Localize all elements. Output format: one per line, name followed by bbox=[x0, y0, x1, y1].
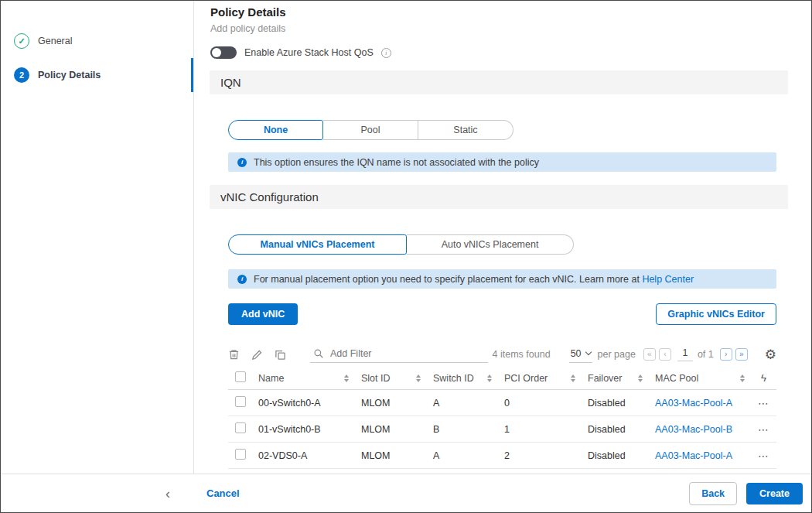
cell-switch-id: B bbox=[427, 416, 498, 443]
cell-slot-id: MLOM bbox=[355, 390, 427, 416]
items-found-label: 4 items found bbox=[493, 349, 551, 360]
per-page-label: per page bbox=[598, 349, 636, 360]
cell-switch-id: A bbox=[427, 390, 498, 416]
toolbar-right-group: 4 items found 50 per page « ‹ of 1 › » ⚙ bbox=[493, 347, 776, 363]
page-subtitle: Add policy details bbox=[210, 23, 788, 35]
col-header-slot-id: Slot ID bbox=[361, 373, 391, 384]
iqn-tab-static[interactable]: Static bbox=[418, 120, 513, 140]
wizard-footer: ‹ Cancel Back Create bbox=[1, 474, 811, 512]
chevron-down-icon bbox=[585, 349, 591, 355]
col-header-name: Name bbox=[258, 373, 284, 384]
page-total-label: of 1 bbox=[698, 349, 714, 360]
vnic-table: Name Slot ID Switch ID PCI Order Failove… bbox=[228, 366, 776, 474]
iqn-tab-pool[interactable]: Pool bbox=[323, 120, 418, 140]
row-checkbox[interactable] bbox=[235, 449, 246, 460]
cell-name: 01-vSwitch0-B bbox=[252, 416, 355, 443]
cell-failover: Disabled bbox=[582, 390, 649, 416]
info-icon: i bbox=[237, 275, 247, 284]
qos-info-icon[interactable]: i bbox=[381, 48, 391, 58]
step-number-badge: 2 bbox=[14, 67, 29, 83]
cell-switch-id: A bbox=[427, 443, 498, 469]
table-settings-gear-icon[interactable]: ⚙ bbox=[765, 348, 776, 361]
tab-manual-vnics-placement[interactable]: Manual vNICs Placement bbox=[228, 234, 407, 255]
iqn-tab-none[interactable]: None bbox=[228, 120, 323, 140]
row-actions-ellipsis-icon[interactable]: ⋯ bbox=[758, 450, 769, 462]
sidebar-step-general[interactable]: ✓ General bbox=[1, 26, 193, 56]
table-row[interactable]: 00-vSwitch0-A MLOM A 0 Disabled AA03-Mac… bbox=[228, 390, 776, 416]
azure-qos-toggle[interactable] bbox=[210, 46, 237, 59]
vnic-placement-tab-group: Manual vNICs Placement Auto vNICs Placem… bbox=[228, 234, 788, 255]
cell-pci-order: 2 bbox=[498, 443, 582, 469]
mac-pool-link[interactable]: AA03-Mac-Pool-A bbox=[655, 450, 732, 461]
main-area: ✓ General 2 Policy Details Policy Detail… bbox=[1, 1, 811, 474]
sidebar-collapse-chevron-icon[interactable]: ‹ bbox=[165, 487, 170, 501]
toggle-knob bbox=[212, 48, 221, 57]
azure-qos-label: Enable Azure Stack Host QoS bbox=[244, 47, 374, 58]
cell-name: 00-vSwitch0-A bbox=[252, 390, 355, 416]
search-icon bbox=[313, 348, 324, 359]
row-checkbox[interactable] bbox=[235, 396, 246, 407]
help-center-link[interactable]: Help Center bbox=[642, 274, 694, 285]
row-checkbox[interactable] bbox=[235, 422, 246, 433]
delete-icon[interactable] bbox=[228, 348, 240, 361]
sort-icon[interactable] bbox=[487, 372, 492, 385]
create-button[interactable]: Create bbox=[746, 483, 803, 504]
last-page-button[interactable]: » bbox=[735, 348, 748, 361]
sidebar-step-policy-details[interactable]: 2 Policy Details bbox=[1, 60, 193, 91]
azure-qos-row: Enable Azure Stack Host QoS i bbox=[210, 46, 788, 60]
row-actions-ellipsis-icon[interactable]: ⋯ bbox=[758, 397, 769, 409]
back-button[interactable]: Back bbox=[689, 482, 737, 505]
cell-name: 02-VDS0-A bbox=[252, 443, 355, 469]
policy-details-content: Policy Details Add policy details Enable… bbox=[194, 1, 811, 474]
info-icon: i bbox=[237, 158, 247, 167]
edit-icon[interactable] bbox=[251, 349, 263, 361]
wizard-window: ✓ General 2 Policy Details Policy Detail… bbox=[0, 0, 812, 513]
sort-icon[interactable] bbox=[416, 372, 421, 385]
mac-pool-link[interactable]: AA03-Mac-Pool-A bbox=[655, 398, 732, 409]
next-page-button[interactable]: › bbox=[720, 348, 732, 361]
per-page-select[interactable]: 50 bbox=[569, 347, 592, 363]
lightning-icon[interactable]: ϟ bbox=[761, 372, 766, 384]
cell-pci-order: 1 bbox=[498, 416, 582, 443]
col-header-failover: Failover bbox=[588, 373, 622, 384]
step-general-label: General bbox=[38, 36, 72, 46]
cancel-button[interactable]: Cancel bbox=[206, 487, 240, 499]
wizard-steps-sidebar: ✓ General 2 Policy Details bbox=[1, 1, 194, 474]
vnic-info-text: For manual placement option you need to … bbox=[254, 274, 694, 285]
table-row[interactable]: 01-vSwitch0-B MLOM B 1 Disabled AA03-Mac… bbox=[228, 416, 776, 443]
sort-icon[interactable] bbox=[344, 372, 349, 385]
col-header-mac-pool: MAC Pool bbox=[655, 373, 698, 384]
filter-field bbox=[310, 347, 488, 363]
vnic-info-banner: i For manual placement option you need t… bbox=[228, 269, 776, 289]
table-header-row: Name Slot ID Switch ID PCI Order Failove… bbox=[228, 366, 776, 390]
col-header-switch-id: Switch ID bbox=[433, 373, 474, 384]
cell-slot-id: MLOM bbox=[355, 416, 427, 443]
prev-page-button[interactable]: ‹ bbox=[659, 348, 671, 361]
page-number-input[interactable] bbox=[677, 347, 693, 361]
vnic-section-header: vNIC Configuration bbox=[210, 185, 788, 209]
cell-slot-id: MLOM bbox=[355, 443, 427, 469]
vnic-table-toolbar: 4 items found 50 per page « ‹ of 1 › » ⚙ bbox=[228, 346, 776, 363]
graphic-vnics-editor-button[interactable]: Graphic vNICs Editor bbox=[656, 303, 776, 325]
cell-failover: Disabled bbox=[582, 443, 649, 469]
first-page-button[interactable]: « bbox=[643, 348, 656, 361]
iqn-tab-group: None Pool Static bbox=[228, 120, 788, 140]
iqn-info-text: This option ensures the IQN name is not … bbox=[254, 157, 539, 168]
add-vnic-button[interactable]: Add vNIC bbox=[228, 303, 298, 325]
sort-icon[interactable] bbox=[740, 372, 745, 385]
iqn-section-header: IQN bbox=[210, 70, 788, 94]
select-all-checkbox[interactable] bbox=[235, 371, 246, 382]
vnic-actions-row: Add vNIC Graphic vNICs Editor bbox=[228, 303, 776, 325]
cell-failover: Disabled bbox=[582, 416, 649, 443]
cell-pci-order: 0 bbox=[498, 390, 582, 416]
mac-pool-link[interactable]: AA03-Mac-Pool-B bbox=[655, 424, 732, 435]
filter-input[interactable] bbox=[330, 348, 462, 359]
row-actions-ellipsis-icon[interactable]: ⋯ bbox=[758, 423, 769, 436]
table-row[interactable]: 02-VDS0-A MLOM A 2 Disabled AA03-Mac-Poo… bbox=[228, 443, 776, 469]
clone-icon[interactable] bbox=[275, 349, 286, 361]
sort-icon[interactable] bbox=[571, 372, 575, 385]
sort-icon[interactable] bbox=[638, 372, 643, 385]
step-complete-check-icon: ✓ bbox=[14, 33, 29, 49]
tab-auto-vnics-placement[interactable]: Auto vNICs Placement bbox=[407, 234, 574, 255]
iqn-info-banner: i This option ensures the IQN name is no… bbox=[228, 152, 776, 172]
